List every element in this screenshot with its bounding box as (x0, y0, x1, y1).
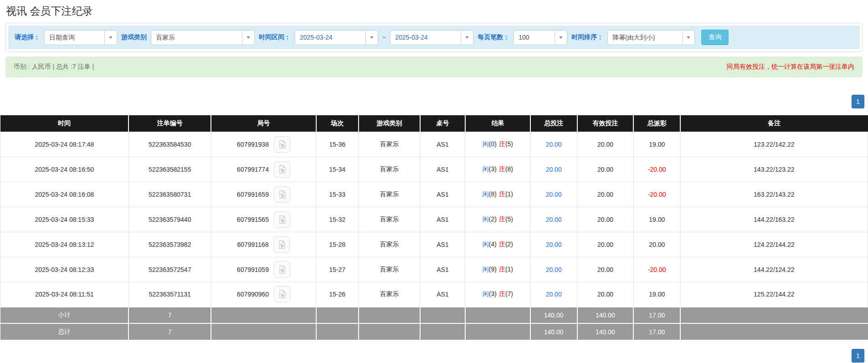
header-time: 时间 (0, 115, 129, 132)
video-replay-button[interactable] (274, 211, 290, 228)
date-to-value: 2025-03-24 (390, 31, 461, 45)
cell-time: 2025-03-24 08:13:12 (0, 232, 129, 257)
cell-game-type: 百家乐 (359, 157, 420, 182)
round-id-text: 607990960 (237, 291, 269, 298)
cell-total-bet[interactable]: 20.00 (530, 257, 577, 282)
cell-table-no: AS1 (420, 207, 465, 232)
cell-valid-bet: 20.00 (577, 132, 634, 157)
cell-game-type: 百家乐 (359, 282, 420, 307)
video-replay-button[interactable] (273, 236, 290, 253)
header-game-type: 游戏类别 (359, 115, 420, 132)
banker-score: (5) (505, 215, 513, 223)
pagination-bottom: 1 (4, 349, 864, 363)
video-replay-button[interactable] (274, 161, 290, 178)
time-sort-select[interactable]: 降幂(由大到小) (607, 30, 695, 45)
cell-game-type: 百家乐 (359, 257, 420, 282)
cell-remark: 144.22/163.22 (680, 207, 868, 232)
cell-round-id: 607990960 (211, 282, 316, 307)
cell-result: 闲(3)庄(7) (465, 282, 530, 307)
cell-remark: 163.22/143.22 (680, 182, 868, 207)
chevron-down-icon (682, 31, 694, 45)
cell-total-bet[interactable]: 20.00 (530, 207, 577, 232)
chevron-down-icon (365, 31, 378, 45)
cell-payout: 20.00 (633, 232, 680, 257)
video-file-icon (277, 140, 287, 149)
cell-session: 15-27 (316, 257, 359, 282)
page-title: 视讯 会员下注纪录 (6, 4, 868, 18)
banker-result: 庄 (499, 240, 505, 248)
cell-table-no: AS1 (420, 157, 465, 182)
player-score: (0) (489, 140, 497, 148)
cell-game-type: 百家乐 (359, 132, 420, 157)
query-button[interactable]: 查询 (701, 30, 729, 45)
video-file-icon (277, 265, 287, 274)
cell-total-bet[interactable]: 20.00 (530, 182, 577, 207)
cell-remark: 144.22/124.22 (680, 257, 868, 282)
game-type-value: 百家乐 (151, 31, 242, 45)
player-score: (9) (489, 266, 497, 273)
query-mode-select[interactable]: 日期查询 (44, 30, 117, 45)
player-score: (3) (489, 290, 497, 297)
video-replay-button[interactable] (274, 261, 290, 278)
time-sort-label: 时间排序： (571, 33, 603, 41)
cell-round-id: 607991659 (211, 182, 316, 207)
header-total-bet: 总投注 (530, 115, 577, 132)
cell-time: 2025-03-24 08:16:50 (0, 157, 129, 182)
page-1-button-top[interactable]: 1 (852, 95, 864, 108)
cell-total-bet[interactable]: 20.00 (530, 232, 577, 257)
player-result: 闲 (483, 215, 489, 223)
cell-session: 15-34 (316, 157, 359, 182)
date-from-select[interactable]: 2025-03-24 (295, 30, 378, 45)
cell-session: 15-33 (316, 182, 359, 207)
page-size-select[interactable]: 100 (514, 30, 567, 45)
header-valid-bet: 有效投注 (577, 115, 634, 132)
video-file-icon (277, 215, 287, 224)
query-mode-label: 请选择： (15, 33, 40, 41)
banker-score: (2) (505, 240, 513, 248)
cell-result: 闲(9)庄(1) (465, 257, 530, 282)
cell-valid-bet: 20.00 (577, 257, 634, 282)
header-session: 场次 (316, 115, 359, 132)
date-from-value: 2025-03-24 (295, 31, 365, 45)
page-size-value: 100 (514, 31, 555, 45)
header-round-id: 局号 (211, 115, 316, 132)
video-file-icon (277, 165, 287, 174)
video-file-icon (277, 290, 287, 299)
game-type-select[interactable]: 百家乐 (151, 30, 255, 45)
banker-result: 庄 (499, 215, 505, 223)
cell-total-bet[interactable]: 20.00 (530, 282, 577, 307)
cell-valid-bet: 20.00 (577, 207, 634, 232)
page-size-label: 每页笔数： (478, 33, 509, 41)
header-remark: 备注 (680, 115, 868, 132)
cell-table-no: AS1 (420, 232, 465, 257)
round-id-text: 607991059 (237, 266, 269, 273)
cell-valid-bet: 20.00 (577, 157, 634, 182)
cell-bet-id: 522363580731 (128, 182, 211, 207)
page-1-button-bottom[interactable]: 1 (852, 349, 864, 363)
cell-valid-bet: 20.00 (577, 182, 634, 207)
date-to-select[interactable]: 2025-03-24 (390, 30, 473, 45)
cell-round-id: 607991938 (211, 132, 316, 157)
video-replay-button[interactable] (274, 186, 290, 203)
cell-table-no: AS1 (420, 282, 465, 307)
cell-time: 2025-03-24 08:17:48 (0, 132, 129, 157)
cell-total-bet[interactable]: 20.00 (530, 132, 577, 157)
subtotal-valid-bet: 140.00 (577, 307, 634, 323)
cell-round-id: 607991565 (211, 207, 316, 232)
cell-remark: 124.22/144.22 (680, 232, 868, 257)
player-score: (8) (489, 190, 497, 198)
player-score: (2) (489, 215, 497, 223)
subtotal-row: 小计 7 140.00 140.00 17.00 (0, 307, 868, 323)
cell-total-bet[interactable]: 20.00 (530, 157, 577, 182)
video-replay-button[interactable] (274, 286, 290, 302)
subtotal-total-bet: 140.00 (530, 307, 577, 323)
cell-bet-id: 522363579440 (128, 207, 211, 232)
video-replay-button[interactable] (274, 136, 290, 153)
table-row: 2025-03-24 08:17:48 522363584530 6079919… (0, 132, 868, 157)
cell-game-type: 百家乐 (359, 232, 420, 257)
cell-session: 15-32 (316, 207, 359, 232)
cell-time: 2025-03-24 08:12:33 (0, 257, 129, 282)
banker-score: (5) (505, 140, 513, 148)
time-sort-value: 降幂(由大到小) (608, 31, 682, 45)
cell-bet-id: 522363582155 (128, 157, 211, 182)
